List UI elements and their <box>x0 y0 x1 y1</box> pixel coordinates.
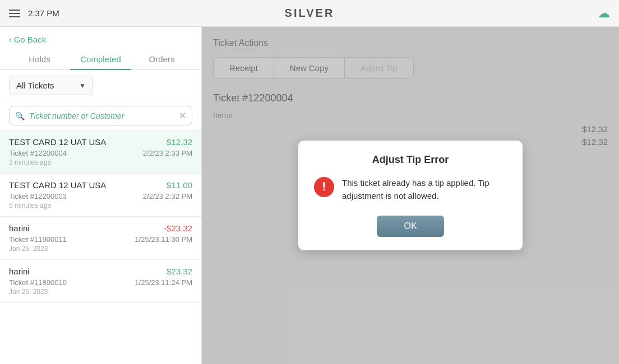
ticket-amount: -$23.32 <box>164 223 192 233</box>
tab-completed[interactable]: Completed <box>70 49 131 69</box>
tab-holds[interactable]: Holds <box>9 49 70 69</box>
tab-orders[interactable]: Orders <box>131 49 192 69</box>
ticket-ago: 5 minutes ago <box>9 202 51 209</box>
dropdown-value: All Tickets <box>16 81 79 90</box>
dropdown-arrow-icon: ▼ <box>79 82 86 90</box>
ticket-list: TEST CARD 12 UAT USA $12.32 Ticket #1220… <box>0 130 201 364</box>
search-row: 🔍 Ticket number or Customer ✕ <box>0 101 201 130</box>
search-clear-icon[interactable]: ✕ <box>179 110 186 121</box>
search-box[interactable]: 🔍 Ticket number or Customer ✕ <box>9 106 192 125</box>
ticket-number: Ticket #11900011 <box>9 235 67 244</box>
hamburger-menu[interactable] <box>9 10 20 17</box>
ticket-date: 1/25/23 11:30 PM <box>135 235 192 244</box>
ticket-number: Ticket #12200003 <box>9 192 67 200</box>
ticket-amount: $23.32 <box>167 267 192 276</box>
ticket-customer-name: TEST CARD 12 UAT USA <box>9 180 106 190</box>
main-layout: ‹ Go Back Holds Completed Orders All Tic… <box>0 27 619 364</box>
all-tickets-dropdown[interactable]: All Tickets ▼ <box>9 76 93 95</box>
search-icon: 🔍 <box>15 111 25 120</box>
ticket-date: 2/2/23 2:33 PM <box>143 149 192 157</box>
ticket-item[interactable]: TEST CARD 12 UAT USA $11.00 Ticket #1220… <box>0 174 201 217</box>
search-placeholder: Ticket number or Customer <box>29 111 179 120</box>
modal-overlay: Adjust Tip Error ! This ticket already h… <box>202 27 619 364</box>
adjust-tip-error-dialog: Adjust Tip Error ! This ticket already h… <box>298 141 523 250</box>
logo-text: SILVER <box>285 7 335 19</box>
left-panel: ‹ Go Back Holds Completed Orders All Tic… <box>0 27 202 364</box>
ticket-ago: Jan 25, 2023 <box>9 288 48 296</box>
ticket-item[interactable]: harini -$23.32 Ticket #11900011 1/25/23 … <box>0 217 201 260</box>
back-arrow-icon: ‹ <box>9 35 12 44</box>
ticket-customer-name: TEST CARD 12 UAT USA <box>9 137 106 147</box>
error-icon: ! <box>314 177 334 197</box>
ticket-ago: Jan 25, 2023 <box>9 245 48 253</box>
top-bar: 2:37 PM SILVER ☁ <box>0 0 619 27</box>
right-panel: Ticket Actions Receipt New Copy Adjust T… <box>202 27 619 364</box>
ticket-amount: $11.00 <box>167 180 192 190</box>
dialog-title: Adjust Tip Error <box>314 154 507 166</box>
ticket-number: Ticket #12200004 <box>9 149 67 157</box>
ticket-amount: $12.32 <box>167 137 192 147</box>
ticket-customer-name: harini <box>9 267 30 276</box>
go-back-label: Go Back <box>14 35 47 44</box>
dialog-body: ! This ticket already has a tip applied.… <box>314 177 507 202</box>
ticket-item[interactable]: TEST CARD 12 UAT USA $12.32 Ticket #1220… <box>0 130 201 174</box>
tab-bar: Holds Completed Orders <box>0 49 201 70</box>
ticket-item[interactable]: harini $23.32 Ticket #11800010 1/25/23 1… <box>0 260 201 303</box>
ticket-date: 1/25/23 11:24 PM <box>135 278 192 287</box>
ticket-number: Ticket #11800010 <box>9 278 67 287</box>
dialog-message: This ticket already has a tip applied. T… <box>342 177 507 202</box>
ticket-ago: 3 minutes ago <box>9 158 51 166</box>
dialog-footer: OK <box>314 216 507 237</box>
svg-text:!: ! <box>322 179 326 193</box>
dropdown-row: All Tickets ▼ <box>0 70 201 101</box>
clock-display: 2:37 PM <box>28 8 59 18</box>
ticket-date: 2/2/23 2:32 PM <box>143 192 192 200</box>
app-logo: SILVER <box>285 7 335 20</box>
cloud-icon: ☁ <box>598 6 610 21</box>
ticket-customer-name: harini <box>9 223 30 233</box>
go-back-button[interactable]: ‹ Go Back <box>0 27 201 49</box>
ok-button[interactable]: OK <box>377 216 444 237</box>
